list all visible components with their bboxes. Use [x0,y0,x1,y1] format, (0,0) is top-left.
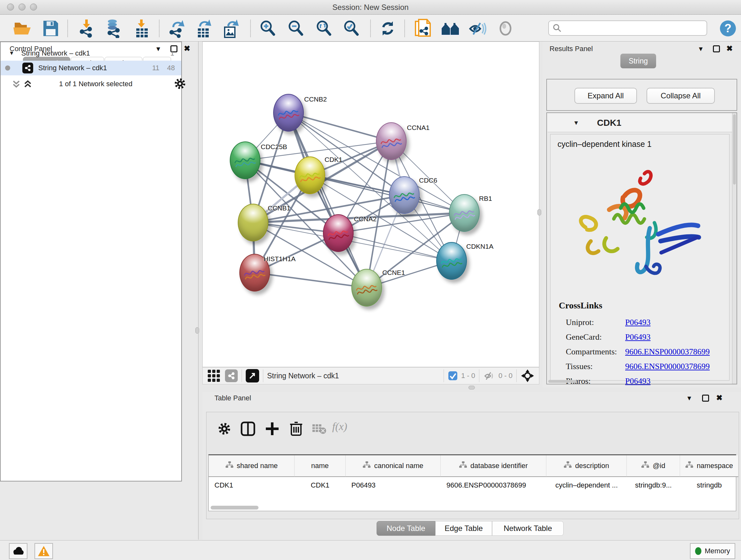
section-collapse-caret-icon[interactable]: ▼ [573,119,579,126]
cell-canonical-name[interactable]: P06493 [346,478,441,493]
column-header-canonical-name[interactable]: canonical name [346,455,441,477]
cell-description[interactable]: cyclin–dependent ... [546,478,627,493]
share-document-button[interactable] [412,18,433,39]
save-session-button[interactable] [40,18,61,39]
column-type-icon [225,461,233,471]
network-row-selected[interactable]: String Network – cdk1 11 48 [1,61,181,75]
zoom-fit-button[interactable] [313,18,334,39]
node-RB1[interactable] [449,194,480,232]
string-view-icon[interactable] [225,369,238,382]
node-CDC6[interactable] [389,176,420,214]
tab-edge-table[interactable]: Edge Table [435,521,492,536]
cloud-button[interactable] [9,543,27,559]
node-CCNE1[interactable] [351,269,382,307]
add-column-icon[interactable] [265,421,280,436]
crosslink-value-link[interactable]: P06493 [625,318,650,327]
panel-menu-caret-icon[interactable]: ▼ [686,395,692,402]
export-table-button[interactable] [193,18,214,39]
scrollbar-thumb[interactable] [733,114,736,185]
node-CDC25B[interactable] [230,141,260,179]
cell-name[interactable]: CDK1 [294,478,346,493]
network-label: String Network – cdk1 [38,64,107,72]
export-network-button[interactable] [166,18,187,39]
zoom-out-button[interactable] [285,18,307,39]
hide-selected-button[interactable] [468,18,488,39]
open-in-window-icon[interactable] [246,369,259,382]
export-image-button[interactable] [220,18,241,39]
gear-icon[interactable] [174,77,186,90]
node-label-CCNB2: CCNB2 [304,96,327,103]
splitter-handle[interactable] [537,209,541,215]
close-panel-icon[interactable]: ✖ [184,44,190,53]
tree-expand-caret-icon[interactable]: ▼ [9,50,14,57]
crosslink-value-link[interactable]: P06493 [625,376,650,386]
node-CCNA1[interactable] [376,122,407,160]
float-panel-icon[interactable] [702,395,709,401]
network-collection-row[interactable]: ▼ String Network – cdk1 1 [1,46,181,61]
column-header-description[interactable]: description [546,455,627,477]
horizontal-scrollbar-thumb[interactable] [211,506,259,509]
warnings-button[interactable] [35,543,53,559]
memory-button[interactable]: Memory [690,543,735,559]
column-header-database-identifier[interactable]: database identifier [441,455,546,477]
network-view-toolbar: String Network – cdk1 1 - 0 0 - 0 [202,367,539,384]
horizontal-scrollbar-thumb[interactable] [548,380,577,383]
splitter-handle[interactable] [195,327,199,334]
table-gear-icon[interactable] [217,422,231,436]
network-canvas[interactable]: CCNB2CCNA1CDC25BCDK1CDC6RB1CCNB1CCNA2CDK… [202,42,539,367]
node-CDKN1A[interactable] [436,242,467,280]
splitter-handle[interactable] [468,386,475,389]
column-header-@id[interactable]: @id [627,455,680,477]
cell-namespace[interactable]: stringdb [680,478,738,493]
node-label-CDKN1A: CDKN1A [466,243,493,250]
tab-network-table[interactable]: Network Table [492,521,563,536]
open-session-button[interactable] [12,18,33,39]
float-panel-icon[interactable] [713,45,720,52]
birdseye-crosshair-icon[interactable] [521,369,535,383]
search-field[interactable] [548,20,707,36]
import-table-button[interactable] [131,18,152,39]
column-header-shared-name[interactable]: shared name [209,455,294,477]
crosslink-value-link[interactable]: P06493 [625,332,650,342]
expand-all-button[interactable]: Expand All [575,88,637,104]
node-CCNA2[interactable] [323,214,354,252]
neighbors-button[interactable] [440,18,461,39]
close-panel-icon[interactable]: ✖ [726,44,733,53]
node-CCNB1[interactable] [238,204,268,241]
collapse-all-button[interactable]: Collapse All [647,88,715,104]
tab-node-table[interactable]: Node Table [377,521,435,536]
gene-section-header[interactable]: ▼ CDK1 [548,114,732,132]
collapse-all-chevrons-icon[interactable] [11,79,21,89]
node-CDK1[interactable] [294,157,325,194]
refresh-button[interactable] [377,18,398,39]
import-network-file-button[interactable] [76,18,97,39]
selected-checkbox-icon[interactable] [448,371,458,381]
import-network-database-button[interactable] [103,18,124,39]
delete-column-icon[interactable] [289,421,304,436]
zoom-selected-button[interactable] [341,18,362,39]
show-columns-icon[interactable] [240,421,256,436]
node-CCNB2[interactable] [273,94,304,132]
cell-@id[interactable]: stringdb:9... [627,478,680,493]
collection-count: 1 [171,49,174,57]
column-header-name[interactable]: name [294,455,346,477]
search-input[interactable] [562,23,699,33]
expand-all-chevrons-icon[interactable] [23,79,32,89]
zoom-in-button[interactable] [257,18,278,39]
toolbar-separator [370,20,371,37]
hidden-eye-slash-icon[interactable] [483,370,495,381]
close-panel-icon[interactable]: ✖ [716,393,723,402]
panel-menu-caret-icon[interactable]: ▼ [697,45,704,53]
show-all-button[interactable] [495,18,516,39]
cell-shared-name[interactable]: CDK1 [209,478,294,493]
column-header-namespace[interactable]: namespace [680,455,738,477]
column-type-icon [641,461,650,471]
selected-nodes-edges: 1 - 0 [461,372,475,380]
crosslink-value-link[interactable]: 9606.ENSP00000378699 [625,347,710,357]
tab-string[interactable]: String [620,54,656,68]
cell-database-identifier[interactable]: 9606.ENSP00000378699 [441,478,546,493]
help-button[interactable]: ? [718,18,738,39]
grid-view-icon[interactable] [207,369,220,382]
crosslink-value-link[interactable]: 9606.ENSP00000378699 [625,362,710,371]
vertical-scrollbar[interactable] [732,113,737,384]
